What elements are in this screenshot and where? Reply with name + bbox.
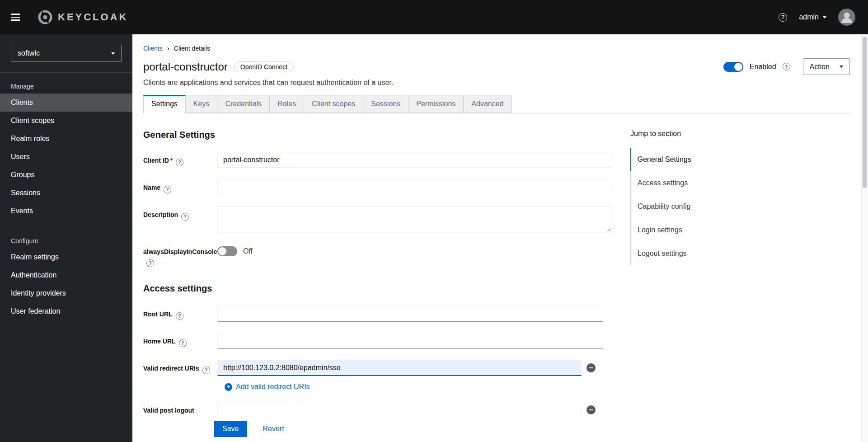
add-redirect-uri-button[interactable]: Add valid redirect URIs: [225, 383, 310, 391]
always-display-help-icon[interactable]: [146, 259, 154, 267]
home-url-row: Home URL: [143, 333, 611, 349]
valid-redirect-row: Valid redirect URIs: [143, 360, 611, 376]
jump-link-logout-settings[interactable]: Logout settings: [631, 242, 766, 265]
description-input[interactable]: [217, 206, 611, 232]
sidebar-item-client-scopes[interactable]: Client scopes: [0, 112, 132, 130]
nav-group-configure: Configure Realm settings Authentication …: [0, 234, 132, 320]
save-button[interactable]: Save: [214, 421, 247, 437]
root-url-row: Root URL: [143, 306, 611, 322]
toggle-knob: [734, 63, 742, 71]
masthead: KEYCLOAK admin: [0, 0, 868, 34]
jump-link-general-settings[interactable]: General Settings: [630, 148, 766, 171]
description-label: Description: [143, 206, 217, 232]
client-id-row: Client ID*: [143, 152, 611, 168]
home-url-label: Home URL: [143, 333, 217, 349]
add-redirect-row: Add valid redirect URIs: [143, 382, 611, 391]
nav-group-manage: Manage Clients Client scopes Realm roles…: [0, 79, 132, 220]
home-url-help-icon[interactable]: [179, 339, 187, 347]
jump-link-login-settings[interactable]: Login settings: [631, 218, 766, 242]
description-help-icon[interactable]: [181, 213, 189, 221]
jump-link-access-settings[interactable]: Access settings: [631, 171, 766, 195]
always-display-row: alwaysDisplayInConsole Off: [143, 243, 611, 267]
tabs: Settings Keys Credentials Roles Client s…: [143, 95, 850, 113]
access-settings-heading: Access settings: [143, 283, 611, 294]
valid-redirect-help-icon[interactable]: [202, 367, 210, 374]
enabled-help-icon[interactable]: [783, 63, 790, 71]
scrollbar-thumb[interactable]: [863, 37, 867, 188]
nav-group-title-manage: Manage: [0, 79, 132, 94]
action-dropdown[interactable]: Action: [803, 58, 850, 75]
realm-selector-container: softwlc: [0, 34, 132, 73]
keycloak-logo-icon: [36, 8, 54, 26]
tab-advanced[interactable]: Advanced: [464, 95, 511, 113]
tab-permissions[interactable]: Permissions: [408, 95, 464, 113]
required-asterisk: *: [170, 157, 173, 164]
global-help-icon[interactable]: [779, 13, 787, 22]
page-description: Clients are applications and services th…: [143, 79, 850, 87]
jump-to-section: Jump to section General Settings Access …: [630, 113, 766, 437]
client-id-help-icon[interactable]: [176, 159, 183, 166]
user-menu-dropdown[interactable]: admin: [799, 13, 826, 21]
action-dropdown-label: Action: [810, 63, 830, 71]
plus-circle-icon: [225, 383, 232, 391]
enabled-toggle[interactable]: [723, 62, 743, 72]
sidebar-item-user-federation[interactable]: User federation: [0, 302, 132, 320]
scrollbar[interactable]: [861, 34, 868, 442]
sidebar-item-clients[interactable]: Clients: [0, 94, 132, 112]
chevron-down-icon: [111, 52, 115, 55]
always-display-label: alwaysDisplayInConsole: [143, 243, 217, 267]
tab-roles[interactable]: Roles: [270, 95, 304, 113]
tab-credentials[interactable]: Credentials: [217, 95, 270, 113]
revert-button[interactable]: Revert: [263, 425, 284, 433]
remove-redirect-uri-icon[interactable]: [586, 363, 596, 372]
nav-toggle-icon[interactable]: [11, 11, 24, 23]
home-url-input[interactable]: [217, 333, 603, 349]
realm-selector[interactable]: softwlc: [11, 45, 122, 62]
jump-to-section-heading: Jump to section: [630, 130, 766, 138]
settings-form: General Settings Client ID* Name: [143, 113, 611, 437]
chevron-down-icon: [840, 66, 843, 68]
name-label: Name: [143, 179, 217, 195]
tab-client-scopes[interactable]: Client scopes: [304, 95, 363, 113]
sidebar-item-groups[interactable]: Groups: [0, 166, 132, 184]
breadcrumb-clients-link[interactable]: Clients: [143, 45, 163, 52]
user-avatar-icon: [838, 9, 855, 26]
name-help-icon[interactable]: [164, 186, 171, 193]
root-url-label: Root URL: [143, 306, 217, 322]
client-id-input[interactable]: [217, 152, 611, 168]
always-display-state: Off: [243, 247, 253, 255]
sidebar-item-users[interactable]: Users: [0, 148, 132, 166]
brand-text: KEYCLOAK: [58, 11, 128, 23]
sidebar-item-events[interactable]: Events: [0, 202, 132, 220]
avatar[interactable]: [838, 9, 855, 26]
sidebar-item-sessions[interactable]: Sessions: [0, 184, 132, 202]
remove-post-logout-uri-icon[interactable]: [586, 405, 596, 414]
sidebar-item-authentication[interactable]: Authentication: [0, 266, 132, 284]
sidebar-item-realm-settings[interactable]: Realm settings: [0, 248, 132, 266]
name-input[interactable]: [217, 179, 611, 195]
user-menu-label: admin: [799, 13, 819, 21]
valid-redirect-label: Valid redirect URIs: [143, 360, 217, 376]
jump-link-capability-config[interactable]: Capability config: [631, 195, 766, 218]
chevron-down-icon: [823, 16, 826, 19]
enabled-label: Enabled: [750, 63, 776, 71]
toggle-knob: [218, 247, 226, 255]
nav-group-title-configure: Configure: [0, 234, 132, 248]
protocol-badge: OpenID Connect: [234, 61, 294, 72]
breadcrumb-current: Client details: [174, 45, 210, 52]
root-url-input[interactable]: [217, 306, 603, 322]
add-redirect-uri-label: Add valid redirect URIs: [236, 383, 310, 391]
form-actions: Save Revert: [132, 416, 861, 442]
valid-redirect-input[interactable]: [217, 360, 582, 376]
description-row: Description: [143, 206, 611, 232]
page-title: portal-constructor: [143, 61, 228, 73]
sidebar-item-realm-roles[interactable]: Realm roles: [0, 130, 132, 148]
app-window: KEYCLOAK admin softwlc: [0, 0, 868, 442]
always-display-toggle[interactable]: [217, 246, 237, 256]
sidebar-item-identity-providers[interactable]: Identity providers: [0, 284, 132, 302]
root-url-help-icon[interactable]: [176, 312, 183, 320]
tab-sessions[interactable]: Sessions: [363, 95, 408, 113]
breadcrumb-separator-icon: [167, 44, 169, 52]
tab-settings[interactable]: Settings: [143, 95, 186, 113]
tab-keys[interactable]: Keys: [186, 95, 218, 113]
